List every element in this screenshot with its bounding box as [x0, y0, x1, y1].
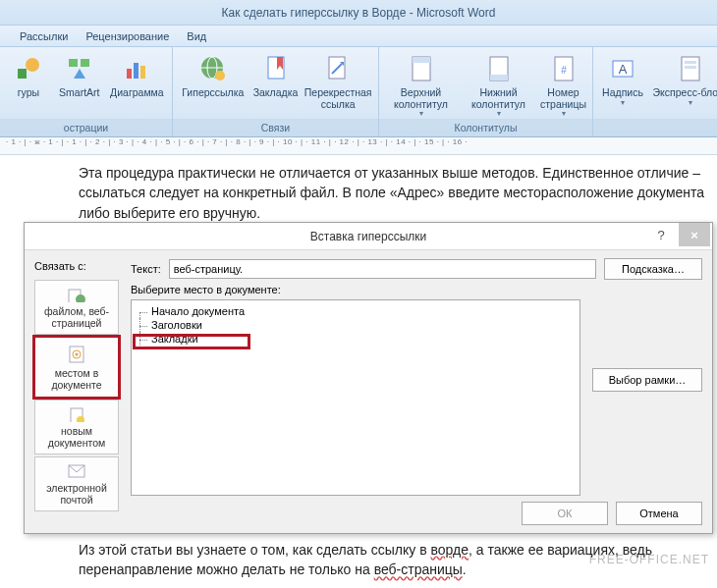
text-to-display-label: Текст:: [131, 263, 161, 275]
header-button[interactable]: Верхний колонтитул: [385, 51, 457, 119]
svg-point-11: [215, 71, 225, 80]
crossref-button[interactable]: Перекрестная ссылка: [303, 51, 372, 110]
svg-rect-5: [127, 69, 132, 79]
linkto-place-in-doc[interactable]: местом в документе: [34, 337, 119, 398]
group-illustrations-label: острации: [0, 119, 172, 136]
pick-location-label: Выберите место в документе:: [131, 284, 281, 295]
linkto-new-doc[interactable]: новым документом: [34, 400, 119, 454]
linkto-file-web[interactable]: файлом, веб- страницей: [34, 280, 119, 335]
linkto-email[interactable]: электронной почтой: [34, 456, 119, 511]
ribbon-tabs: Рассылки Рецензирование Вид: [0, 26, 717, 47]
cancel-button[interactable]: Отмена: [616, 502, 702, 525]
tab-review[interactable]: Рецензирование: [85, 30, 169, 42]
help-button[interactable]: ?: [645, 223, 677, 246]
insert-hyperlink-dialog: Вставка гиперссылки ? × Связать с: файло…: [24, 222, 713, 534]
svg-marker-4: [74, 69, 85, 79]
textbox-button[interactable]: A Надпись: [599, 51, 646, 107]
pagenum-button[interactable]: # Номер страницы: [540, 51, 586, 119]
svg-rect-7: [140, 66, 145, 79]
watermark: FREE-OFFICE.NET: [589, 553, 709, 566]
new-doc-icon: [67, 406, 86, 422]
svg-rect-6: [134, 63, 138, 79]
dialog-title: Вставка гиперссылки: [310, 230, 426, 243]
chart-icon: [121, 53, 152, 84]
tree-item-headings[interactable]: Заголовки: [134, 318, 579, 332]
smartart-icon: [64, 53, 95, 84]
header-icon: [406, 53, 437, 84]
document-body[interactable]: Эта процедура практически не отличается …: [0, 155, 717, 231]
svg-point-31: [76, 352, 79, 355]
svg-rect-3: [81, 59, 89, 67]
svg-point-1: [26, 58, 39, 72]
tree-item-bookmarks[interactable]: Закладки: [134, 332, 579, 346]
tab-view[interactable]: Вид: [187, 30, 206, 42]
group-text-label: [593, 119, 717, 136]
window-title: Как сделать гиперссылку в Ворде - Micros…: [0, 0, 717, 26]
shapes-button[interactable]: гуры: [6, 51, 51, 99]
text-to-display-input[interactable]: [169, 259, 596, 279]
group-links-label: Связи: [173, 119, 378, 136]
footer-button[interactable]: Нижний колонтитул: [463, 51, 534, 119]
quickparts-button[interactable]: Экспресс-блоки: [652, 51, 717, 107]
tree-item-doc-start[interactable]: Начало документа: [134, 304, 579, 318]
smartart-button[interactable]: SmartArt: [57, 51, 102, 99]
pagenum-icon: #: [548, 53, 579, 84]
svg-rect-17: [413, 57, 430, 63]
svg-text:A: A: [619, 62, 628, 77]
chart-button[interactable]: Диаграмма: [108, 51, 166, 99]
screen-tip-button[interactable]: Подсказка…: [604, 258, 702, 280]
textbox-icon: A: [607, 53, 638, 84]
svg-rect-26: [685, 66, 696, 69]
group-headers-label: Колонтитулы: [379, 119, 592, 136]
svg-rect-25: [685, 61, 696, 64]
tab-mailings[interactable]: Рассылки: [20, 30, 68, 42]
svg-rect-2: [69, 59, 78, 67]
ok-button: ОК: [522, 502, 608, 525]
shapes-icon: [13, 53, 44, 84]
hyperlink-button[interactable]: Гиперссылка: [179, 51, 248, 99]
doc-paragraph: Эта процедура практически не отличается …: [79, 165, 704, 221]
globe-link-icon: [197, 53, 229, 84]
target-frame-button[interactable]: Выбор рамки…: [592, 368, 702, 392]
mail-icon: [67, 463, 86, 479]
location-tree[interactable]: Начало документа Заголовки Закладки: [131, 299, 580, 496]
globe-page-icon: [67, 287, 86, 302]
ribbon: гуры SmartArt Диаграмма острации: [0, 47, 717, 137]
close-button[interactable]: ×: [679, 223, 710, 246]
svg-rect-0: [18, 69, 27, 79]
crossref-icon: [322, 53, 354, 84]
doc-target-icon: [67, 345, 86, 364]
linkto-label: Связать с:: [34, 260, 86, 272]
svg-text:#: #: [561, 65, 567, 76]
svg-rect-19: [490, 75, 508, 80]
footer-icon: [483, 53, 515, 84]
bookmark-button[interactable]: Закладка: [253, 51, 299, 99]
quickparts-icon: [675, 53, 706, 84]
bookmark-icon: [260, 53, 292, 84]
horizontal-ruler[interactable]: · 1 · | · ж · 1 · | · 1 · | · 2 · | · 3 …: [0, 137, 717, 155]
dialog-titlebar[interactable]: Вставка гиперссылки ? ×: [25, 223, 712, 250]
